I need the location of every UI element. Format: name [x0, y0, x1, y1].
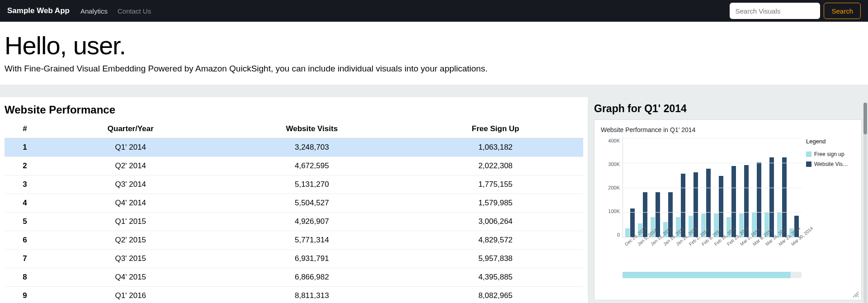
cell-signup: 3,006,264	[408, 213, 583, 231]
xtick: Mar 30, 2014	[790, 237, 801, 247]
cell-quarter: Q3' 2014	[45, 175, 216, 194]
cell-num: 7	[5, 250, 45, 268]
gridline	[623, 188, 802, 188]
left-panel: Website Performance # Quarter/Year Websi…	[0, 97, 588, 303]
bar-group[interactable]	[701, 169, 711, 237]
legend-item-visits: Website Vis…	[806, 161, 856, 167]
xtick: Dec 29, 2013	[624, 237, 635, 247]
cell-quarter: Q1' 2015	[45, 213, 216, 231]
panel-scrollbar-thumb[interactable]	[863, 103, 867, 134]
cell-quarter: Q4' 2015	[45, 268, 216, 287]
divider-band	[0, 85, 868, 97]
th-visits: Website Visits	[216, 120, 408, 138]
th-signup: Free Sign Up	[408, 120, 583, 138]
table-row[interactable]: 5Q1' 20154,926,9073,006,264	[5, 213, 583, 231]
cell-signup: 4,395,885	[408, 268, 583, 287]
bar-signup	[625, 228, 630, 237]
xtick: Mar 23, 2014	[778, 237, 788, 247]
main: Website Performance # Quarter/Year Websi…	[0, 97, 868, 303]
nav-link-contact[interactable]: Contact Us	[118, 7, 151, 15]
chart-title: Website Performance in Q1' 2014	[601, 126, 856, 133]
cell-visits: 5,771,314	[216, 231, 408, 250]
xtick: Jan 12, 2014	[650, 237, 660, 247]
panel-scrollbar[interactable]	[863, 103, 867, 303]
cell-visits: 8,811,313	[216, 287, 408, 303]
table-row[interactable]: 9Q1' 20168,811,3138,082,965	[5, 287, 583, 303]
bar-group[interactable]	[739, 165, 749, 237]
ytick: 100K	[601, 208, 620, 214]
chart-card: Website Performance in Q1' 2014 400K300K…	[594, 119, 862, 300]
nav-link-analytics[interactable]: Analytics	[80, 7, 108, 15]
cell-signup: 1,579,985	[408, 194, 583, 213]
legend-item-signup: Free sign up	[806, 151, 856, 157]
cell-visits: 6,931,791	[216, 250, 408, 268]
cell-num: 9	[5, 287, 45, 303]
cell-signup: 4,829,572	[408, 231, 583, 250]
legend-title: Legend	[806, 138, 856, 145]
cell-num: 1	[5, 138, 45, 157]
xtick: Mar 2, 2014	[739, 237, 750, 247]
cell-visits: 5,504,527	[216, 194, 408, 213]
cell-num: 5	[5, 213, 45, 231]
cell-num: 8	[5, 268, 45, 287]
cell-num: 3	[5, 175, 45, 194]
table-row[interactable]: 7Q3' 20156,931,7915,957,838	[5, 250, 583, 268]
bar-group[interactable]	[764, 157, 774, 237]
swatch-icon	[806, 152, 811, 157]
cell-signup: 8,082,965	[408, 287, 583, 303]
cell-visits: 5,131,270	[216, 175, 408, 194]
cell-visits: 3,248,703	[216, 138, 408, 157]
x-axis: Dec 29, 2013Jan 5, 2014Jan 12, 2014Jan 1…	[623, 239, 802, 266]
chart-panel-title: Graph for Q1' 2014	[594, 103, 862, 115]
gridline	[623, 138, 802, 138]
cell-visits: 6,866,982	[216, 268, 408, 287]
table-row[interactable]: 1Q1' 20143,248,7031,063,182	[5, 138, 583, 157]
xtick: Feb 9, 2014	[701, 237, 712, 247]
th-num: #	[5, 120, 45, 138]
xtick: Mar 16, 2014	[764, 237, 775, 247]
chart-body: 400K300K200K100K0 Dec 29, 2013Jan 5, 201…	[601, 138, 856, 274]
bar-visits	[757, 162, 761, 237]
ytick: 300K	[601, 161, 620, 167]
swatch-icon	[806, 161, 811, 167]
xtick: Jan 19, 2014	[662, 237, 673, 247]
table-row[interactable]: 8Q4' 20156,866,9824,395,885	[5, 268, 583, 287]
table-row[interactable]: 3Q3' 20145,131,2701,775,155	[5, 175, 583, 194]
ytick: 200K	[601, 185, 620, 190]
th-quarter: Quarter/Year	[45, 120, 216, 138]
xtick: Feb 16, 2014	[713, 237, 724, 247]
resize-icon[interactable]	[852, 291, 859, 298]
bar-visits	[706, 169, 711, 237]
xtick: Feb 23, 2014	[726, 237, 737, 247]
legend-label: Free sign up	[814, 151, 844, 157]
chart-scroll-thumb[interactable]	[623, 272, 791, 278]
chart-plot: 400K300K200K100K0 Dec 29, 2013Jan 5, 201…	[601, 138, 802, 274]
gridline	[623, 212, 802, 213]
right-panel: Graph for Q1' 2014 Website Performance i…	[588, 97, 868, 303]
cell-quarter: Q3' 2015	[45, 250, 216, 268]
chart-scroll[interactable]	[623, 272, 802, 278]
table-title: Website Performance	[5, 104, 583, 116]
table-row[interactable]: 2Q2' 20144,672,5952,022,308	[5, 157, 583, 175]
legend-label: Website Vis…	[814, 161, 848, 167]
cell-quarter: Q1' 2014	[45, 138, 216, 157]
cell-signup: 2,022,308	[408, 157, 583, 175]
xtick: Jan 26, 2014	[675, 237, 686, 247]
bar-group[interactable]	[777, 157, 787, 237]
xtick: Mar 9, 2014	[752, 237, 763, 247]
plot-area	[623, 138, 802, 237]
cell-quarter: Q4' 2014	[45, 194, 216, 213]
y-axis: 400K300K200K100K0	[601, 138, 623, 237]
table-row[interactable]: 6Q2' 20155,771,3144,829,572	[5, 231, 583, 250]
page-title: Hello, user.	[5, 31, 863, 60]
search-button[interactable]: Search	[824, 3, 861, 19]
cell-signup: 5,957,838	[408, 250, 583, 268]
cell-visits: 4,926,907	[216, 213, 408, 231]
xtick: Feb 2, 2014	[688, 237, 699, 247]
bar-group[interactable]	[751, 162, 761, 237]
navbar: Sample Web App Analytics Contact Us Sear…	[0, 0, 868, 22]
table-row[interactable]: 4Q4' 20145,504,5271,579,985	[5, 194, 583, 213]
cell-quarter: Q2' 2014	[45, 157, 216, 175]
search-input[interactable]	[730, 3, 820, 19]
bar-visits	[769, 157, 774, 237]
